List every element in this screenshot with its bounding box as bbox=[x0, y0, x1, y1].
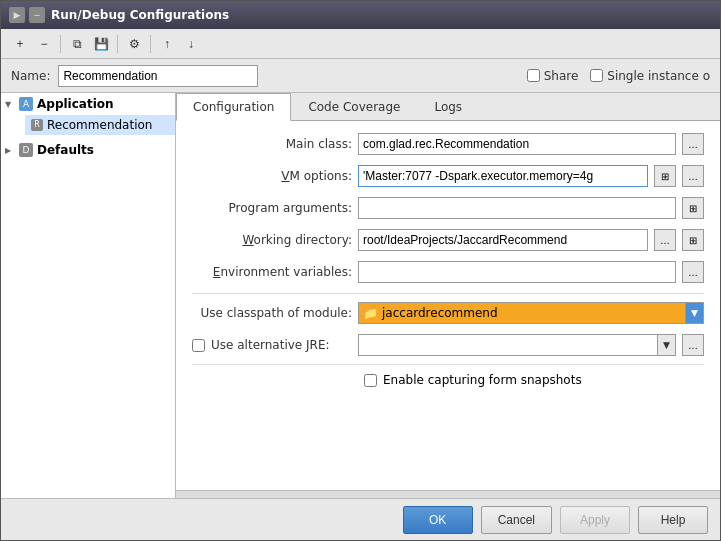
vm-options-expand-button[interactable]: ⊞ bbox=[654, 165, 676, 187]
sidebar: ▼ A Application R Recommendation ▶ D Def… bbox=[1, 93, 176, 498]
program-args-expand-button[interactable]: ⊞ bbox=[682, 197, 704, 219]
vm-options-browse-button[interactable]: … bbox=[682, 165, 704, 187]
working-dir-label: Working directory: bbox=[192, 233, 352, 247]
expand-defaults-icon: ▶ bbox=[5, 146, 15, 155]
program-args-input[interactable] bbox=[358, 197, 676, 219]
main-class-row: Main class: … bbox=[192, 133, 704, 155]
toolbar-separator-2 bbox=[117, 35, 118, 53]
form-divider-2 bbox=[192, 364, 704, 365]
alt-jre-browse-button[interactable]: … bbox=[682, 334, 704, 356]
classpath-select-dropdown-icon[interactable]: ▼ bbox=[686, 302, 704, 324]
snapshots-label[interactable]: Enable capturing form snapshots bbox=[192, 373, 582, 387]
share-checkbox[interactable] bbox=[527, 69, 540, 82]
application-folder-icon: A bbox=[19, 97, 33, 111]
program-args-row: Program arguments: ⊞ bbox=[192, 197, 704, 219]
alt-jre-select-wrapper: ▼ bbox=[358, 334, 676, 356]
cancel-button[interactable]: Cancel bbox=[481, 506, 552, 534]
share-row: Share Single instance o bbox=[527, 69, 710, 83]
tab-code-coverage[interactable]: Code Coverage bbox=[291, 93, 417, 120]
main-class-browse-button[interactable]: … bbox=[682, 133, 704, 155]
classpath-label: Use classpath of module: bbox=[192, 306, 352, 320]
single-instance-checkbox[interactable] bbox=[590, 69, 603, 82]
program-args-label: Program arguments: bbox=[192, 201, 352, 215]
apply-button[interactable]: Apply bbox=[560, 506, 630, 534]
name-input[interactable] bbox=[58, 65, 258, 87]
vm-options-row: VM options: ⊞ … bbox=[192, 165, 704, 187]
copy-button[interactable]: ⧉ bbox=[66, 33, 88, 55]
sidebar-item-label-application: Application bbox=[37, 97, 114, 111]
remove-button[interactable]: − bbox=[33, 33, 55, 55]
snapshots-checkbox[interactable] bbox=[364, 374, 377, 387]
env-vars-browse-button[interactable]: … bbox=[682, 261, 704, 283]
env-vars-input[interactable] bbox=[358, 261, 676, 283]
horizontal-scrollbar[interactable] bbox=[176, 490, 720, 498]
toolbar-separator-3 bbox=[150, 35, 151, 53]
window-controls: ▶ − bbox=[9, 7, 45, 23]
form-divider bbox=[192, 293, 704, 294]
main-area: ▼ A Application R Recommendation ▶ D Def… bbox=[1, 93, 720, 498]
sidebar-section-defaults[interactable]: ▶ D Defaults bbox=[1, 139, 175, 161]
sidebar-section-application[interactable]: ▼ A Application bbox=[1, 93, 175, 115]
toolbar-separator-1 bbox=[60, 35, 61, 53]
add-button[interactable]: + bbox=[9, 33, 31, 55]
working-dir-browse-button[interactable]: … bbox=[654, 229, 676, 251]
alt-jre-checkbox[interactable] bbox=[192, 339, 205, 352]
env-vars-label: Environment variables: bbox=[192, 265, 352, 279]
alt-jre-placeholder: Use alternative JRE: bbox=[192, 338, 352, 352]
vm-options-label: VM options: bbox=[192, 169, 352, 183]
sidebar-item-recommendation[interactable]: R Recommendation bbox=[25, 115, 175, 135]
working-dir-expand-button[interactable]: ⊞ bbox=[682, 229, 704, 251]
tabs-bar: Configuration Code Coverage Logs bbox=[176, 93, 720, 121]
defaults-folder-icon: D bbox=[19, 143, 33, 157]
save-button[interactable]: 💾 bbox=[90, 33, 112, 55]
recommendation-icon: R bbox=[31, 119, 43, 131]
form-area: Main class: … VM options: ⊞ … Program ar… bbox=[176, 121, 720, 490]
classpath-select[interactable]: 📁 jaccardrecommend bbox=[358, 302, 686, 324]
window-title: Run/Debug Configurations bbox=[51, 8, 712, 22]
tab-logs[interactable]: Logs bbox=[417, 93, 479, 120]
help-button[interactable]: Help bbox=[638, 506, 708, 534]
snapshots-row: Enable capturing form snapshots bbox=[192, 373, 704, 387]
move-up-button[interactable]: ↑ bbox=[156, 33, 178, 55]
classpath-row: Use classpath of module: 📁 jaccardrecomm… bbox=[192, 302, 704, 324]
alt-jre-dropdown-icon[interactable]: ▼ bbox=[658, 334, 676, 356]
working-dir-row: Working directory: … ⊞ bbox=[192, 229, 704, 251]
working-dir-input[interactable] bbox=[358, 229, 648, 251]
classpath-select-wrapper: 📁 jaccardrecommend ▼ bbox=[358, 302, 704, 324]
name-label: Name: bbox=[11, 69, 50, 83]
sidebar-item-label-recommendation: Recommendation bbox=[47, 118, 152, 132]
minimize-icon[interactable]: − bbox=[29, 7, 45, 23]
alt-jre-row: Use alternative JRE: ▼ … bbox=[192, 334, 704, 356]
title-bar: ▶ − Run/Debug Configurations bbox=[1, 1, 720, 29]
vm-options-input[interactable] bbox=[358, 165, 648, 187]
content-area: Configuration Code Coverage Logs Main cl… bbox=[176, 93, 720, 498]
main-class-label: Main class: bbox=[192, 137, 352, 151]
main-class-input[interactable] bbox=[358, 133, 676, 155]
toolbar: + − ⧉ 💾 ⚙ ↑ ↓ bbox=[1, 29, 720, 59]
single-instance-label: Single instance o bbox=[607, 69, 710, 83]
sidebar-children: R Recommendation bbox=[1, 115, 175, 135]
bottom-bar: OK Cancel Apply Help bbox=[1, 498, 720, 540]
tab-configuration[interactable]: Configuration bbox=[176, 93, 291, 121]
header-row: Name: Share Single instance o bbox=[1, 59, 720, 93]
expand-application-icon: ▼ bbox=[5, 100, 15, 109]
single-instance-checkbox-label[interactable]: Single instance o bbox=[590, 69, 710, 83]
env-vars-row: Environment variables: … bbox=[192, 261, 704, 283]
share-checkbox-label[interactable]: Share bbox=[527, 69, 579, 83]
ok-button[interactable]: OK bbox=[403, 506, 473, 534]
alt-jre-select[interactable] bbox=[358, 334, 658, 356]
window-icon: ▶ bbox=[9, 7, 25, 23]
move-down-button[interactable]: ↓ bbox=[180, 33, 202, 55]
share-label: Share bbox=[544, 69, 579, 83]
main-window: ▶ − Run/Debug Configurations + − ⧉ 💾 ⚙ ↑… bbox=[0, 0, 721, 541]
settings-button[interactable]: ⚙ bbox=[123, 33, 145, 55]
sidebar-item-label-defaults: Defaults bbox=[37, 143, 94, 157]
